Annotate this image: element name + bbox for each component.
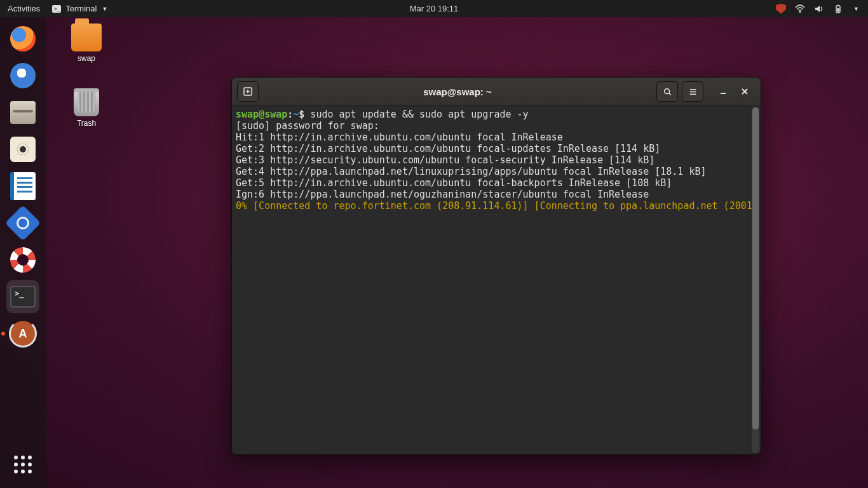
hamburger-menu-button[interactable] [682,81,703,102]
dock-software-updater[interactable] [6,317,39,350]
volume-icon[interactable] [814,4,824,14]
chevron-down-icon: ▼ [102,6,107,12]
active-app-label: Terminal [65,4,97,13]
dock-terminal[interactable] [6,280,39,313]
settings-icon [5,205,41,241]
launcher-dock [0,17,46,488]
software-updater-icon [10,321,36,346]
window-headerbar: swap@swap: ~ [232,78,761,106]
clock[interactable]: Mar 20 19:11 [410,4,459,13]
battery-icon[interactable] [833,4,843,14]
terminal-scrollbar[interactable] [752,107,759,453]
desktop-icon-trash[interactable]: Trash [61,88,112,128]
thunderbird-icon [10,63,36,88]
svg-text:>_: >_ [54,6,60,12]
system-menu-chevron-icon[interactable]: ▼ [853,6,859,12]
folder-icon [71,24,102,51]
desktop-icon-label: Trash [77,119,96,128]
dock-libreoffice-writer[interactable] [6,170,39,203]
desktop-icon-swap[interactable]: swap [61,24,112,63]
show-applications-button[interactable] [6,455,39,488]
window-title: swap@swap: ~ [259,86,656,97]
apps-grid-icon [14,456,32,473]
libreoffice-writer-icon [10,172,36,200]
close-button[interactable] [734,82,756,101]
dock-thunderbird[interactable] [6,59,39,92]
dock-help[interactable] [6,243,39,276]
desktop[interactable]: swap Trash swap@swap: ~ [46,17,868,488]
activities-button[interactable]: Activities [8,4,40,13]
new-tab-button[interactable] [237,81,259,102]
security-shield-icon[interactable] [776,4,786,14]
rhythmbox-icon [10,137,36,162]
svg-rect-5 [837,8,839,12]
search-button[interactable] [656,81,678,102]
trash-icon [74,88,99,116]
dock-files[interactable] [6,96,39,129]
terminal-icon [10,286,36,308]
svg-point-2 [799,11,801,13]
top-bar: Activities >_ Terminal ▼ Mar 20 19:11 ▼ [0,0,868,17]
svg-point-7 [664,88,669,93]
minimize-button[interactable] [712,82,734,101]
firefox-icon [10,26,36,51]
terminal-small-icon: >_ [51,4,62,14]
active-app-menu[interactable]: >_ Terminal ▼ [51,4,107,14]
scrollbar-thumb[interactable] [752,107,759,430]
running-indicator-dot [1,332,5,336]
files-icon [10,101,36,124]
dock-settings-diamond[interactable] [6,207,39,240]
dock-firefox[interactable] [6,22,39,55]
network-icon[interactable] [795,4,805,14]
svg-rect-4 [837,4,839,6]
terminal-viewport[interactable]: swap@swap:~$ sudo apt update && sudo apt… [232,106,761,454]
dock-rhythmbox[interactable] [6,133,39,166]
help-icon [10,247,36,273]
desktop-icon-label: swap [78,54,95,63]
terminal-window: swap@swap: ~ swap@swap:~$ sudo apt updat… [231,77,761,455]
